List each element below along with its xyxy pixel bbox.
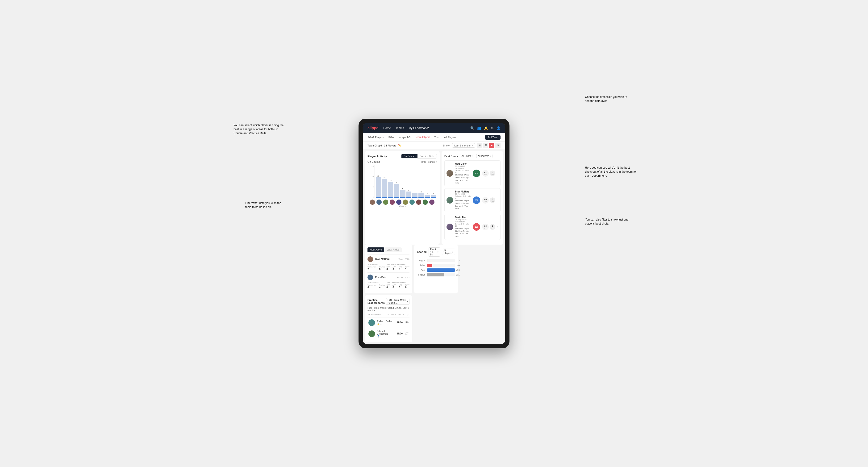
active-player-card-1[interactable]: Rees Britt 02 Sep 2023 Total Rounds Tour… [368,272,409,290]
shot-card-matt-miller[interactable]: Matt Miller 09 Jun 2023 · Royal North De… [444,160,500,186]
lb-player-name-1: Edward Crossman [377,330,395,335]
grid-view-icon[interactable]: ⊞ [477,143,482,148]
bell-icon[interactable]: 🔔 [484,126,488,130]
avatar-j-coles[interactable] [390,199,395,205]
sub-nav-all-players[interactable]: All Players [444,136,456,139]
scoring-bar-eagles: 3 [427,259,455,262]
search-icon[interactable]: 🔍 [470,126,474,130]
avatar-g-billingham[interactable] [403,199,408,205]
sub-nav-hcaps[interactable]: Hcaps 1-5 [399,136,410,139]
practice-drills-tab[interactable]: Practice Drills [417,154,437,158]
shot-avatar-blair-mcharg [446,197,453,204]
sub-nav-pga[interactable]: PGA [389,136,394,139]
scoring-row-eagles: Eagles 3 [417,259,455,262]
most-active-tab[interactable]: Most Active [368,247,384,252]
nav-performance[interactable]: My Performance [408,126,429,130]
stat-zero-0: 0 yds [490,170,495,176]
scoring-label-bogeys: Bogeys [417,274,425,276]
leaderboard-row-0[interactable]: Richard Butler 🥇 1 19/20 110 [368,317,409,328]
view-icons: ⊞ ☰ ♥ ⚙ [477,143,500,148]
shot-details-1: Shot Dist: 43 yds · Start Lie: Rough · E… [455,199,471,210]
annotation-right-bottom: You can also filter to show just one pla… [585,218,637,226]
avatar-e-ebert[interactable] [396,199,401,205]
plus-circle-icon[interactable]: ⊕ [491,126,494,130]
bars-area: 13 12 10 9 5 4 3 3 2 2 [375,165,437,198]
bar-j-coles: 9 [394,182,399,198]
add-team-button[interactable]: Add Team [485,135,500,139]
sub-nav-pgat[interactable]: PGAT Players [368,136,384,139]
col-pb-score: PB SCORE [387,314,397,316]
lb-player-info-1: Edward Crossman 🥈 2 [377,330,395,338]
avatar-l-robertson[interactable] [429,199,434,205]
avatar-r-britt[interactable] [376,199,382,205]
active-player-card-0[interactable]: Blair McHarg 26 Aug 2023 Total Rounds To… [368,254,409,272]
main-grid: Player Activity On Course Practice Drill… [363,149,505,244]
bar-e-crossman: 2 [425,193,430,198]
stat-zero-2: 0 yds [490,224,495,230]
apc-stats-0: Total Rounds Tournament 7 Practice 6 [368,263,409,271]
heart-view-icon[interactable]: ♥ [489,143,494,148]
sub-nav: PGAT Players PGA Hcaps 1-5 Team Clippd T… [363,133,505,142]
bar-l-robertson: 2 [431,193,436,198]
least-active-tab[interactable]: Least Active [384,247,402,252]
on-course-tab[interactable]: On Course [401,154,417,158]
chevron-down-icon: ▾ [452,251,453,253]
leaderboard-row-1[interactable]: Edward Crossman 🥈 2 18/20 107 [368,328,409,339]
avatar-r-butler[interactable] [409,199,415,205]
avatar-m-miller[interactable] [416,199,421,205]
practice-dropdown[interactable]: PUTT Must Make Putting ... ▾ [386,298,409,305]
sub-nav-team-clippd[interactable]: Team Clippd [415,135,430,139]
apc-rounds-group-0: Total Rounds Tournament 7 Practice 6 [368,263,385,271]
show-dropdown[interactable]: Last 3 months ▾ [452,143,475,148]
apc-rounds-group-1: Total Rounds Tournament 8 Practice 4 [368,282,385,289]
shot-stat-0: 67 yds 0 yds [482,170,495,177]
annotation-left-bottom: Filter what data you wish the table to b… [245,201,288,209]
apc-avatar-1 [368,275,373,280]
apc-date-1: 02 Sep 2023 [398,276,409,279]
team-header: Team Clippd | 14 Players ✏️ Show: Last 3… [363,142,505,149]
chart-dropdown[interactable]: Total Rounds ▾ [421,161,437,163]
shot-avatar-david-ford [446,224,453,230]
scoring-chart: Eagles 3 Birdies 96 [417,259,455,276]
bar-m-miller: 3 [418,191,424,198]
apc-practice-row-0: GTT 0 APP 0 ARG 0 [386,266,409,271]
bottom-panels: Practice Leaderboards PUTT Must Make Put… [363,245,505,344]
apc-name-0: Blair McHarg [375,258,396,260]
annotation-right-mid: Here you can see who's hit the best shot… [585,166,637,178]
nav-teams[interactable]: Teams [396,126,404,130]
settings-view-icon[interactable]: ⚙ [495,143,500,148]
nav-home[interactable]: Home [383,126,391,130]
shot-info-matt-miller: Matt Miller 09 Jun 2023 · Royal North De… [455,162,471,184]
stat-bubble-2: 16 yds [482,224,489,230]
annotation-top-right: Choose the timescale you wish to see the… [585,95,632,103]
all-players-dropdown[interactable]: All Players ▾ [476,154,493,158]
top-nav: clippd Home Teams My Performance 🔍 👥 🔔 ⊕… [363,123,505,133]
tablet-frame: clippd Home Teams My Performance 🔍 👥 🔔 ⊕… [359,119,509,348]
sub-nav-tour[interactable]: Tour [434,136,439,139]
avatar-e-crossman[interactable] [423,199,428,205]
scoring-players-dropdown[interactable]: All Players ▾ [442,249,455,255]
practice-header: Practice Leaderboards PUTT Must Make Put… [368,298,409,305]
practice-leaderboards-panel: Practice Leaderboards PUTT Must Make Put… [365,295,412,342]
chevron-right-icon: › [497,225,498,229]
all-shots-dropdown[interactable]: All Shots ▾ [460,154,474,158]
lb-avg-1: 107 [404,332,408,335]
list-view-icon[interactable]: ☰ [483,143,488,148]
shot-card-david-ford[interactable]: David Ford 24 Aug 2023 · Royal North Dev… [444,214,500,240]
user-avatar-icon[interactable]: 👤 [497,126,500,130]
lb-score-0: 19/20 [397,321,403,324]
shot-card-blair-mcharg[interactable]: Blair McHarg 23 Jul 2023 · Ashridge GC, … [444,188,500,212]
show-filter: Show: Last 3 months ▾ ⊞ ☰ ♥ ⚙ [443,143,500,148]
active-tabs: Most Active Least Active [368,247,409,252]
avatar-b-mcharg[interactable] [370,199,375,205]
avatar-d-ford[interactable] [383,199,388,205]
best-shots-panel: Best Shots All Shots ▾ All Players ▾ [441,151,503,244]
scoring-label-birdies: Birdies [417,264,425,267]
chevron-down-icon: ▾ [436,161,437,163]
scoring-count-pars: 499 [456,269,460,271]
edit-icon[interactable]: ✏️ [398,144,401,147]
scoring-par-dropdown[interactable]: Par 3, 4 & 5s ▾ [429,247,440,257]
chevron-down-icon: ▾ [437,251,438,253]
users-icon[interactable]: 👥 [477,126,481,130]
shot-player-name-1: Blair McHarg [455,190,471,193]
